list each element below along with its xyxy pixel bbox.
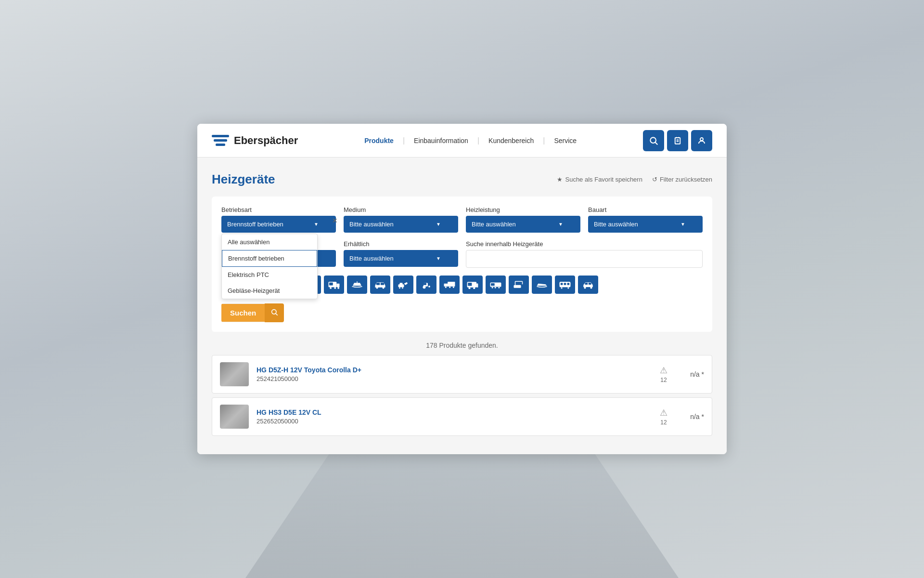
header: Eberspächer Produkte | Einbauinformation… bbox=[197, 124, 727, 158]
svg-rect-33 bbox=[400, 283, 403, 285]
erhaltlich-value: Bitte auswählen bbox=[349, 255, 394, 262]
bauart-label: Bauart bbox=[588, 206, 703, 213]
bauart-value: Bitte auswählen bbox=[594, 221, 638, 228]
search-button-text: Suchen bbox=[221, 304, 265, 322]
heizleistung-group: Heizleistung Bitte auswählen ▼ bbox=[466, 206, 580, 233]
segment-coach[interactable] bbox=[555, 276, 575, 294]
nav-sep-3: | bbox=[543, 136, 545, 145]
segment-delivery[interactable] bbox=[462, 276, 483, 294]
reset-filter-label: Filter zurücksetzen bbox=[660, 176, 712, 183]
medium-arrow: ▼ bbox=[436, 222, 441, 227]
warning-count-1: 12 bbox=[660, 377, 667, 383]
segment-suv[interactable] bbox=[370, 276, 390, 294]
medium-value: Bitte auswählen bbox=[349, 221, 394, 228]
betriebsart-value: Brennstoff betrieben bbox=[227, 221, 283, 228]
medium-select[interactable]: Bitte auswählen ▼ bbox=[344, 216, 458, 233]
header-clipboard-button[interactable] bbox=[667, 130, 688, 151]
betriebsart-select[interactable]: Brennstoff betrieben ▼ bbox=[221, 216, 336, 233]
segment-boat[interactable] bbox=[347, 276, 367, 294]
segment-trailer[interactable] bbox=[439, 276, 460, 294]
nav-einbauinformation[interactable]: Einbauinformation bbox=[407, 133, 475, 148]
segment-truck-large[interactable] bbox=[324, 276, 344, 294]
svg-point-25 bbox=[334, 287, 336, 289]
warning-icon-1: ⚠ bbox=[660, 365, 667, 376]
svg-point-64 bbox=[568, 287, 569, 289]
svg-rect-46 bbox=[468, 283, 472, 286]
nav-service[interactable]: Service bbox=[547, 133, 583, 148]
erhaltlich-group: Erhältlich Bitte auswählen ▼ bbox=[344, 240, 458, 268]
product-card-1: HG D5Z-H 12V Toyota Corolla D+ 252421050… bbox=[212, 355, 712, 394]
dropdown-alle[interactable]: Alle auswählen bbox=[222, 234, 317, 250]
save-favorite-action[interactable]: ★ Suche als Favorit speichern bbox=[557, 176, 642, 183]
suche-innerhalb-input[interactable] bbox=[466, 250, 703, 268]
bauart-select[interactable]: Bitte auswählen ▼ bbox=[588, 216, 703, 233]
results-count: 178 Produkte gefunden. bbox=[212, 342, 712, 349]
dropdown-geblase[interactable]: Gebläse-Heizgerät bbox=[222, 283, 317, 299]
dropdown-brennstoff[interactable]: Brennstoff betrieben bbox=[222, 250, 317, 267]
save-favorite-label: Suche als Favorit speichern bbox=[565, 176, 642, 183]
svg-point-24 bbox=[330, 287, 332, 289]
nav-produkte[interactable]: Produkte bbox=[358, 133, 400, 148]
svg-line-70 bbox=[276, 314, 278, 315]
product-info-1: HG D5Z-H 12V Toyota Corolla D+ 252421050… bbox=[257, 366, 652, 382]
product-price-1: n/a * bbox=[675, 370, 704, 378]
main-container: Eberspächer Produkte | Einbauinformation… bbox=[197, 124, 727, 454]
betriebsart-group: Betriebsart Brennstoff betrieben ▼ Alle … bbox=[221, 206, 336, 233]
segment-crane[interactable] bbox=[509, 276, 529, 294]
page-title-row: Heizgeräte ★ Suche als Favorit speichern… bbox=[212, 172, 712, 187]
erhaltlich-arrow: ▼ bbox=[436, 256, 441, 261]
product-name-1[interactable]: HG D5Z-H 12V Toyota Corolla D+ bbox=[257, 366, 652, 374]
heizleistung-label: Heizleistung bbox=[466, 206, 580, 213]
svg-point-52 bbox=[492, 287, 493, 289]
search-button[interactable]: Suchen bbox=[221, 303, 284, 322]
dropdown-elektrisch[interactable]: Elektrisch PTC bbox=[222, 267, 317, 283]
product-img-inner-1 bbox=[220, 362, 249, 386]
product-warning-1: ⚠ 12 bbox=[660, 365, 667, 383]
svg-point-35 bbox=[402, 287, 403, 289]
segment-car2[interactable] bbox=[578, 276, 598, 294]
product-price-2: n/a * bbox=[675, 413, 704, 420]
svg-rect-47 bbox=[476, 284, 478, 288]
header-search-button[interactable] bbox=[643, 130, 664, 151]
segment-speedboat[interactable] bbox=[532, 276, 552, 294]
logo-text: Eberspächer bbox=[234, 134, 298, 147]
product-code-2: 252652050000 bbox=[257, 418, 652, 425]
medium-wrapper: Bitte auswählen ▼ bbox=[344, 216, 458, 233]
svg-point-63 bbox=[561, 287, 563, 289]
svg-rect-2 bbox=[675, 138, 680, 144]
svg-rect-55 bbox=[514, 285, 521, 288]
reset-filter-action[interactable]: ↺ Filter zurücksetzen bbox=[652, 176, 712, 183]
erhaltlich-select[interactable]: Bitte auswählen ▼ bbox=[344, 250, 458, 267]
svg-rect-65 bbox=[585, 283, 588, 285]
svg-rect-22 bbox=[337, 284, 340, 288]
segment-tractor[interactable] bbox=[416, 276, 436, 294]
svg-rect-23 bbox=[329, 282, 333, 285]
svg-point-49 bbox=[473, 287, 475, 289]
product-img-2 bbox=[220, 405, 249, 429]
svg-point-30 bbox=[376, 287, 378, 289]
betriebsart-wrapper: Brennstoff betrieben ▼ Alle auswählen Br… bbox=[221, 216, 336, 233]
betriebsart-arrow: ▼ bbox=[314, 222, 319, 227]
product-img-1 bbox=[220, 362, 249, 386]
medium-label: Medium bbox=[344, 206, 458, 213]
svg-point-43 bbox=[449, 287, 451, 288]
product-code-1: 252421050000 bbox=[257, 375, 652, 382]
segment-largetruck[interactable] bbox=[486, 276, 506, 294]
svg-point-26 bbox=[338, 287, 340, 289]
svg-point-34 bbox=[399, 287, 400, 289]
nav-sep-1: | bbox=[403, 136, 405, 145]
logo-stripe-1 bbox=[212, 135, 229, 137]
svg-point-69 bbox=[272, 310, 276, 314]
betriebsart-close[interactable]: ✕ bbox=[330, 216, 340, 225]
svg-line-1 bbox=[655, 142, 658, 144]
product-name-2[interactable]: HG HS3 D5E 12V CL bbox=[257, 408, 652, 416]
nav-kundenbereich[interactable]: Kundenbereich bbox=[482, 133, 540, 148]
segment-excavator[interactable] bbox=[393, 276, 413, 294]
header-user-button[interactable] bbox=[691, 130, 712, 151]
svg-rect-29 bbox=[381, 283, 384, 285]
betriebsart-dropdown: Alle auswählen Brennstoff betrieben Elek… bbox=[221, 234, 318, 299]
suche-innerhalb-label: Suche innerhalb Heizgeräte bbox=[466, 240, 703, 248]
svg-rect-41 bbox=[444, 284, 449, 287]
product-img-inner-2 bbox=[220, 405, 249, 429]
heizleistung-select[interactable]: Bitte auswählen ▼ bbox=[466, 216, 580, 233]
